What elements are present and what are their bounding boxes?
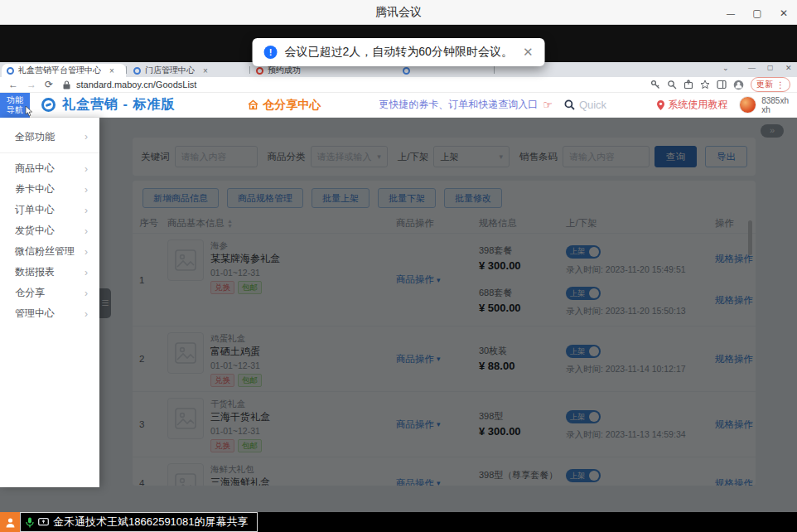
tab-giftbox-admin[interactable]: 礼盒营销平台管理中心	[2, 64, 126, 77]
goods-image	[167, 398, 204, 439]
system-tutorial-link[interactable]: 系统使用教程	[657, 98, 727, 112]
image-placeholder-icon	[175, 249, 196, 271]
profile-icon[interactable]	[733, 80, 744, 90]
goods-basic-info: 鸡蛋礼盒 富硒土鸡蛋 01-01~12-31 兑换 包邮	[167, 331, 396, 387]
sidebar-item-wechat-fans[interactable]: 微信粉丝管理	[0, 241, 99, 262]
sidebar-item-all-functions[interactable]: 全部功能	[0, 124, 99, 149]
drawer-handle-icon[interactable]	[99, 288, 111, 318]
kebab-menu-icon[interactable]	[776, 80, 785, 89]
refresh-icon[interactable]: ⟳	[45, 79, 53, 90]
export-button[interactable]: 导出	[705, 146, 747, 167]
key-icon[interactable]	[650, 80, 660, 89]
forward-icon[interactable]: →	[27, 79, 36, 90]
tag-freeship: 包邮	[238, 374, 262, 387]
goods-category: 海参	[210, 239, 280, 251]
browser-maximize-icon[interactable]: ▢	[767, 64, 774, 71]
collapse-chevrons-icon[interactable]	[761, 124, 784, 138]
sidebar-item-admin-center[interactable]: 管理中心	[0, 303, 99, 324]
zoom-icon[interactable]	[667, 80, 677, 89]
banner-close-icon[interactable]	[523, 45, 534, 60]
back-icon[interactable]: ←	[8, 79, 18, 90]
app-header: 功能 导航 礼盒营销 - 标准版 仓分享中心 更快捷的券卡、订单和快递查询入口	[0, 93, 797, 118]
goods-op-dropdown[interactable]: 商品操作	[396, 238, 479, 322]
chevron-right-icon	[85, 267, 88, 278]
onshelf-toggle[interactable]: 上架	[566, 345, 601, 358]
sidebar-item-shipping-center[interactable]: 发货中心	[0, 220, 99, 241]
chevron-right-icon	[85, 225, 88, 237]
mouse-cursor-icon	[25, 106, 33, 117]
onshelf-toggle[interactable]: 上架	[566, 287, 601, 300]
goods-op-dropdown[interactable]: 商品操作	[396, 331, 479, 387]
chevron-down-icon	[437, 276, 441, 284]
screen-share-icon	[38, 518, 49, 527]
minimize-icon[interactable]	[717, 0, 744, 25]
browser-minimize-icon[interactable]: —	[748, 64, 756, 72]
quick-search[interactable]: Quick	[564, 99, 606, 111]
keyword-input[interactable]	[175, 146, 258, 167]
share-icon[interactable]	[683, 80, 693, 89]
batch-onshelf-button[interactable]: 批量上架	[312, 188, 370, 208]
browser-update-chip[interactable]: 更新	[751, 77, 790, 92]
batch-edit-button[interactable]: 批量修改	[444, 188, 502, 208]
spec-manage-button[interactable]: 商品规格管理	[227, 188, 303, 208]
spec-op-dropdown[interactable]: 规格操作	[715, 353, 756, 365]
tab-store-admin[interactable]: 门店管理中心	[128, 64, 249, 77]
tencent-meeting-window: 腾讯会议 会议已超过2人，自动转为60分钟限时会议。 礼盒营销平台管理中心 门店…	[0, 0, 797, 532]
brand-logo-icon	[41, 98, 56, 112]
scrollbar-thumb[interactable]	[748, 220, 752, 255]
spec-price: ¥ 300.00	[479, 259, 566, 272]
spec-op-dropdown[interactable]: 规格操作	[715, 477, 756, 486]
col-spec-info: 规格信息	[479, 217, 566, 230]
spec-row: 398套餐¥ 300.00 上架 录入时间: 2023-11-20 15:49:…	[479, 238, 756, 280]
spec-op-dropdown[interactable]: 规格操作	[715, 294, 756, 307]
browser-tabs-menu-icon[interactable]: ⌄	[722, 64, 729, 72]
onshelf-toggle[interactable]: 上架	[566, 245, 601, 259]
maximize-icon[interactable]	[744, 0, 770, 25]
spec-row: 688套餐¥ 500.00 上架 录入时间: 2023-11-20 15:50:…	[479, 280, 756, 322]
chevron-right-icon	[85, 246, 88, 258]
close-icon[interactable]	[770, 0, 797, 25]
browser-close-icon[interactable]: ✕	[785, 64, 792, 72]
bookmark-star-icon[interactable]	[700, 80, 710, 89]
category-select[interactable]: 请选择或输入	[311, 146, 388, 167]
sidebar-item-warehouse-share[interactable]: 仓分享	[0, 283, 99, 303]
row-index: 1	[139, 238, 167, 322]
screen-share-bar: 金禾通技术王斌18662591081的屏幕共享	[0, 512, 797, 532]
sidebar-item-data-report[interactable]: 数据报表	[0, 262, 99, 283]
toggle-knob	[589, 346, 599, 356]
promo-text[interactable]: 更快捷的券卡、订单和快递查询入口	[379, 98, 538, 112]
spec-price: ¥ 300.00	[479, 425, 566, 438]
tab-close-icon[interactable]	[200, 66, 211, 75]
image-placeholder-icon	[175, 408, 196, 429]
user-avatar[interactable]	[739, 96, 756, 114]
table-row: 4 海鲜大礼包 三海海鲜礼盒 01-01~12-31 商品操作	[133, 457, 756, 486]
sidebar-item-order-center[interactable]: 订单中心	[0, 200, 99, 220]
barcode-input[interactable]	[563, 146, 650, 167]
url-text[interactable]: standard.maboy.cn/GoodsList	[76, 80, 196, 89]
tab-close-icon[interactable]	[106, 66, 118, 75]
sidebar-item-card-center[interactable]: 券卡中心	[0, 179, 99, 200]
sidebar-item-goods-center[interactable]: 商品中心	[0, 158, 99, 179]
batch-offshelf-button[interactable]: 批量下架	[378, 188, 436, 208]
filter-panel: 关键词 商品分类 请选择或输入 上/下架 上架 销售条码 查询 导出	[133, 138, 756, 176]
col-basic-info[interactable]: 商品基本信息▲▼	[167, 217, 396, 230]
sort-icon[interactable]: ▲▼	[227, 219, 233, 229]
goods-date: 01-01~12-31	[210, 267, 280, 278]
spec-name: 398套餐	[479, 245, 566, 256]
spec-op-dropdown[interactable]: 规格操作	[715, 418, 756, 431]
onshelf-toggle[interactable]: 上架	[566, 469, 601, 482]
side-panel-icon[interactable]	[717, 80, 727, 89]
add-goods-button[interactable]: 新增商品信息	[142, 188, 219, 208]
app-body: 关键词 商品分类 请选择或输入 上/下架 上架 销售条码 查询 导出	[0, 118, 797, 512]
status-select[interactable]: 上架	[433, 146, 510, 167]
goods-op-dropdown[interactable]: 商品操作	[396, 396, 479, 452]
user-name: 8385xh xh	[761, 96, 789, 114]
tag-freeship: 包邮	[238, 439, 262, 452]
mic-icon	[26, 517, 34, 528]
share-center-link[interactable]: 仓分享中心	[248, 98, 321, 113]
col-goods-op: 商品操作	[396, 217, 479, 230]
search-button[interactable]: 查询	[655, 146, 697, 167]
goods-op-dropdown[interactable]: 商品操作	[396, 462, 479, 486]
tag-exchange: 兑换	[210, 374, 234, 387]
onshelf-toggle[interactable]: 上架	[566, 410, 601, 423]
